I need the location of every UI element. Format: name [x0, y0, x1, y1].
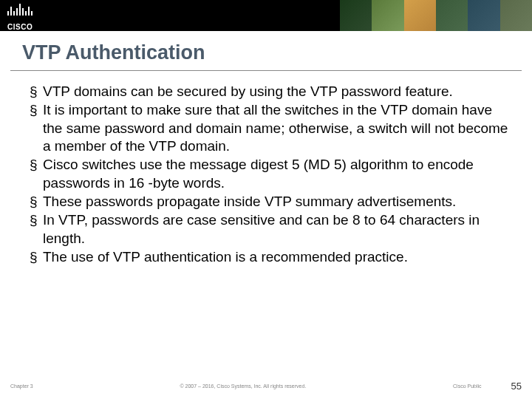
slide-content: VTP domains can be secured by using the …	[0, 71, 532, 266]
footer: Chapter 3 © 2007 – 2016, Cisco Systems, …	[0, 381, 532, 392]
bullet-item: The use of VTP authentication is a recom…	[30, 248, 511, 266]
footer-chapter: Chapter 3	[10, 383, 33, 389]
footer-page-number: 55	[511, 381, 522, 392]
footer-copyright: © 2007 – 2016, Cisco Systems, Inc. All r…	[33, 383, 453, 389]
bullet-item: Cisco switches use the message digest 5 …	[30, 156, 511, 192]
bullet-item: It is important to make sure that all th…	[30, 101, 511, 155]
slide-title: VTP Authentication	[0, 31, 532, 67]
people-banner-image	[340, 0, 532, 31]
bullet-list: VTP domains can be secured by using the …	[30, 83, 511, 266]
bullet-item: These passwords propagate inside VTP sum…	[30, 193, 511, 211]
cisco-logo-icon	[7, 1, 33, 16]
bullet-item: VTP domains can be secured by using the …	[30, 83, 511, 100]
cisco-logo-text: CISCO	[7, 23, 33, 31]
header-bar: CISCO	[0, 0, 532, 31]
footer-classification: Cisco Public	[453, 383, 482, 389]
bullet-item: In VTP, passwords are case sensitive and…	[30, 211, 511, 248]
cisco-logo: CISCO	[0, 0, 33, 31]
